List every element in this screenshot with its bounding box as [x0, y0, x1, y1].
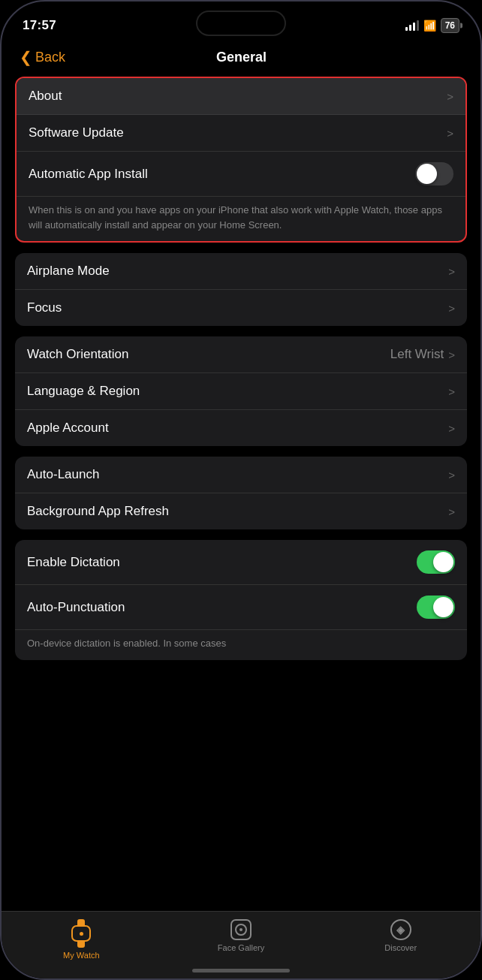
- phone-frame: 17:57 📶 76 ❮ Back General A: [0, 0, 482, 980]
- watch-orientation-item[interactable]: Watch Orientation Left Wrist >: [15, 336, 467, 373]
- apple-account-item[interactable]: Apple Account >: [15, 410, 467, 446]
- language-region-label: Language & Region: [27, 384, 140, 399]
- settings-group-2: Airplane Mode > Focus >: [15, 253, 467, 326]
- status-icons: 📶 76: [405, 18, 459, 33]
- auto-launch-label: Auto-Launch: [27, 467, 99, 482]
- settings-group-4: Auto-Launch > Background App Refresh >: [15, 457, 467, 529]
- status-time: 17:57: [23, 18, 56, 33]
- watch-body-icon: [71, 925, 91, 942]
- watch-orientation-chevron-icon: >: [448, 348, 455, 361]
- tab-discover[interactable]: ◈ Discover: [321, 919, 480, 952]
- signal-icon: [405, 20, 419, 31]
- auto-launch-chevron-icon: >: [448, 469, 455, 481]
- apple-account-label: Apple Account: [27, 421, 109, 436]
- tab-my-watch[interactable]: My Watch: [2, 919, 161, 960]
- auto-launch-item[interactable]: Auto-Launch >: [15, 457, 467, 493]
- focus-label: Focus: [27, 300, 62, 315]
- airplane-mode-label: Airplane Mode: [27, 264, 110, 279]
- watch-orientation-label: Watch Orientation: [27, 347, 128, 362]
- settings-group-5: Enable Dictation Auto-Punctuation On-dev…: [15, 540, 467, 660]
- enable-dictation-label: Enable Dictation: [27, 555, 120, 570]
- auto-punctuation-label: Auto-Punctuation: [27, 600, 125, 615]
- dynamic-island: [196, 11, 286, 36]
- background-app-refresh-item[interactable]: Background App Refresh >: [15, 493, 467, 529]
- face-gallery-icon: [230, 919, 252, 940]
- background-app-refresh-chevron-icon: >: [448, 505, 455, 518]
- focus-chevron-icon: >: [448, 302, 455, 315]
- tab-discover-label: Discover: [384, 943, 417, 952]
- tab-my-watch-label: My Watch: [63, 951, 100, 960]
- home-indicator: [192, 969, 290, 972]
- discover-icon: ◈: [390, 919, 411, 940]
- back-button[interactable]: ❮ Back: [20, 48, 65, 66]
- software-update-item[interactable]: Software Update >: [17, 115, 465, 152]
- content-area: About > Software Update > Automatic App …: [2, 72, 480, 902]
- automatic-app-install-description: When this is on and you have apps on you…: [17, 197, 465, 241]
- dictation-description: On-device dictation is enabled. In some …: [15, 630, 467, 660]
- auto-punctuation-item[interactable]: Auto-Punctuation: [15, 585, 467, 630]
- tab-face-gallery-label: Face Gallery: [218, 943, 264, 952]
- airplane-mode-chevron-icon: >: [448, 265, 455, 278]
- software-update-chevron-icon: >: [447, 127, 453, 140]
- automatic-app-install-item[interactable]: Automatic App Install: [17, 152, 465, 197]
- enable-dictation-toggle[interactable]: [417, 550, 455, 574]
- about-item[interactable]: About >: [17, 78, 465, 115]
- tab-face-gallery[interactable]: Face Gallery: [161, 919, 321, 952]
- back-label: Back: [35, 50, 65, 65]
- back-chevron-icon: ❮: [20, 48, 32, 66]
- page-title: General: [216, 50, 267, 65]
- nav-bar: ❮ Back General: [2, 39, 480, 72]
- battery-indicator: 76: [441, 18, 459, 33]
- automatic-app-install-label: Automatic App Install: [29, 167, 148, 182]
- about-label: About: [29, 89, 62, 104]
- about-chevron-icon: >: [447, 90, 453, 103]
- software-update-label: Software Update: [29, 125, 124, 140]
- watch-strap-bottom-icon: [77, 941, 85, 948]
- background-app-refresh-label: Background App Refresh: [27, 504, 169, 519]
- language-region-item[interactable]: Language & Region >: [15, 373, 467, 410]
- wifi-icon: 📶: [423, 20, 436, 32]
- settings-group-1: About > Software Update > Automatic App …: [15, 77, 467, 243]
- settings-group-3: Watch Orientation Left Wrist > Language …: [15, 336, 467, 446]
- enable-dictation-item[interactable]: Enable Dictation: [15, 540, 467, 585]
- apple-account-chevron-icon: >: [448, 422, 455, 435]
- automatic-app-install-toggle[interactable]: [415, 162, 453, 185]
- auto-punctuation-toggle[interactable]: [417, 596, 455, 619]
- focus-item[interactable]: Focus >: [15, 290, 467, 326]
- airplane-mode-item[interactable]: Airplane Mode >: [15, 253, 467, 290]
- language-region-chevron-icon: >: [448, 385, 455, 398]
- watch-orientation-value: Left Wrist: [390, 347, 444, 362]
